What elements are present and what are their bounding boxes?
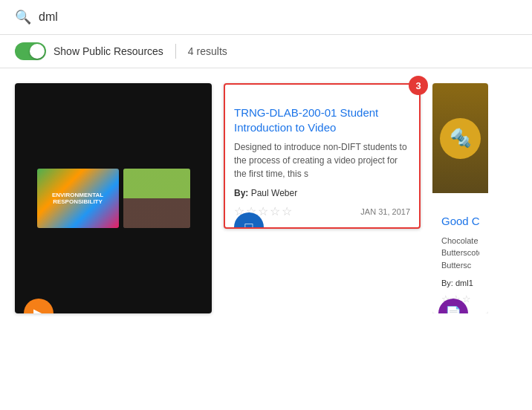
star-4[interactable]: ☆ [270, 204, 280, 218]
search-icon: 🔍 [15, 9, 31, 25]
card-2-author: By: Paul Weber [234, 188, 410, 198]
card-2-wrapper: 3 DIGITAL MEDIA LAB 302 TRNG-DLAB-200-01… [224, 83, 421, 313]
card-good-c: 🔩 📄 Good C Chocolate Butterscotch Butter… [432, 83, 488, 313]
toggle-container: Show Public Resources [15, 42, 163, 60]
card-3-thumb-icon: 🔩 [440, 118, 481, 159]
show-public-toggle[interactable] [15, 42, 46, 60]
thumb-gd-cover: ENVIRONMENTAL RESPONSIBILITY [37, 169, 119, 228]
card-3-author: By: dml1 [441, 279, 479, 287]
cards-container: ENVIRONMENTAL RESPONSIBILITY ▶ Graphic D… [0, 68, 532, 328]
filter-bar: Show Public Resources 4 results [0, 35, 532, 68]
card-2-description: Designed to introduce non-DIFT students … [234, 140, 410, 180]
card-trng-dlab: DIGITAL MEDIA LAB 302 TRNG-DLAB-200-01 S… [224, 83, 421, 229]
card-graphic-design: ENVIRONMENTAL RESPONSIBILITY ▶ Graphic D… [15, 83, 212, 313]
card-3-body: Good C Chocolate Butterscotch Buttersc B… [432, 193, 488, 313]
star-5[interactable]: ☆ [282, 204, 292, 218]
card-3-thumbnail: 🔩 [432, 83, 488, 193]
card-2-title[interactable]: TRNG-DLAB-200-01 Student Introduction to… [234, 105, 410, 134]
filter-divider [175, 44, 176, 59]
card-2-footer: ☆ ☆ ☆ ☆ ☆ JAN 31, 2017 [234, 204, 410, 218]
card-2-date: JAN 31, 2017 [360, 207, 410, 216]
card-3-description: Chocolate Butterscotch Buttersc [441, 235, 479, 272]
card-3-title[interactable]: Good C [441, 214, 479, 229]
card-3-wrapper: 🔩 📄 Good C Chocolate Butterscotch Butter… [432, 83, 488, 313]
search-input[interactable] [39, 10, 187, 24]
card-1-thumbnail: ENVIRONMENTAL RESPONSIBILITY [15, 83, 212, 313]
search-bar: 🔍 [0, 0, 532, 35]
thumb-gd-photo [123, 169, 190, 228]
toggle-label: Show Public Resources [53, 45, 163, 57]
card-2-body: TRNG-DLAB-200-01 Student Introduction to… [225, 85, 419, 227]
selected-badge: 3 [409, 76, 428, 95]
results-count: 4 results [188, 45, 227, 57]
